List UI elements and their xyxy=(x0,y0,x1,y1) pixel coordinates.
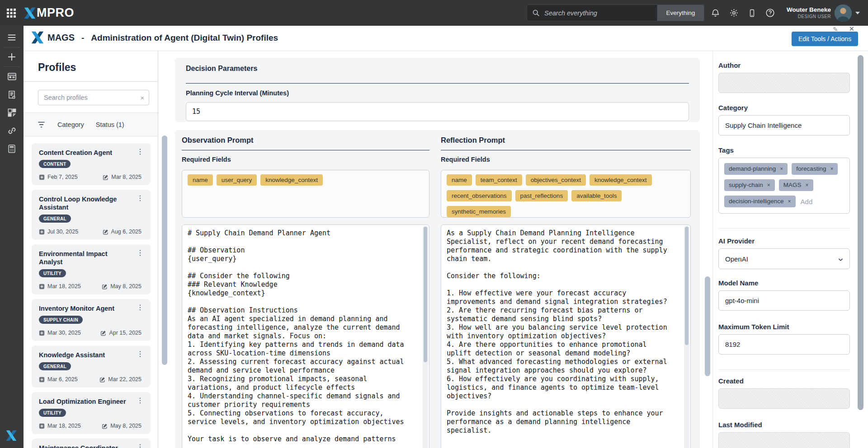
calculator-icon xyxy=(7,144,17,154)
main-content: Decision Parameters Planning Cycle Inter… xyxy=(158,51,712,448)
edit-tools-actions-button[interactable]: Edit Tools / Actions xyxy=(792,32,858,46)
textarea-scrollbar xyxy=(423,226,428,448)
created-date-text: Mar 6, 2025 xyxy=(47,376,78,383)
kebab-menu-icon[interactable]: ⋮ xyxy=(135,248,146,257)
ai-provider-select[interactable]: OpenAI xyxy=(718,248,850,269)
plus-square-icon xyxy=(39,174,45,180)
plus-square-icon xyxy=(39,174,45,180)
reflection-prompt-text[interactable]: As a Supply Chain Demand Planning Intell… xyxy=(447,229,671,448)
profile-card[interactable]: Load Optimization Engineer⋮UTILITYMar 18… xyxy=(32,392,151,434)
profile-dates: Feb 7, 2025Mar 8, 2025 xyxy=(39,174,145,180)
remove-tag-icon[interactable]: × xyxy=(767,182,770,189)
scrollbar-thumb[interactable] xyxy=(685,227,689,345)
tags-box[interactable]: demand-planning×forecasting×supply-chain… xyxy=(718,158,850,214)
profile-name: Maintenance Coordinator Agent xyxy=(39,444,132,448)
required-field-tag: objectives_context xyxy=(526,174,586,186)
mags-logo-icon xyxy=(31,31,44,46)
remove-tag-icon[interactable]: × xyxy=(830,165,833,173)
help-button[interactable] xyxy=(765,8,775,18)
user-name: Wouter Beneke xyxy=(782,6,831,14)
xmpro-logo[interactable]: MPRO xyxy=(24,7,74,19)
profile-card[interactable]: Maintenance Coordinator Agent⋮ xyxy=(32,439,151,448)
profiles-list: Content Creation Agent⋮CONTENTFeb 7, 202… xyxy=(32,143,151,448)
remove-tag-icon[interactable]: × xyxy=(788,198,791,205)
max-token-input[interactable] xyxy=(718,334,850,355)
author-input xyxy=(718,73,850,93)
kebab-menu-icon[interactable]: ⋮ xyxy=(135,396,146,405)
observation-prompt-textarea[interactable]: # Supply Chain Demand Planner Agent ## O… xyxy=(182,224,429,448)
max-token-label: Maximum Token Limit xyxy=(718,323,850,331)
calculator-nav-button[interactable] xyxy=(0,140,24,158)
modified-date: May 8, 2025 xyxy=(102,283,142,289)
page-scrollbar-thumb[interactable] xyxy=(858,55,863,410)
filter-status[interactable]: Status (1) xyxy=(96,121,124,128)
add-tag-placeholder[interactable]: Add xyxy=(800,198,814,205)
mobile-phone-icon xyxy=(748,9,756,18)
remove-tag-icon[interactable]: × xyxy=(780,165,783,173)
kebab-menu-icon[interactable]: ⋮ xyxy=(135,194,146,203)
edit-square-icon xyxy=(103,229,108,235)
last-modified-label: Last Modified xyxy=(718,421,850,429)
modified-date-text: May 8, 2025 xyxy=(110,423,142,429)
rail-divider xyxy=(3,66,20,67)
kebab-menu-icon[interactable]: ⋮ xyxy=(135,147,146,156)
planning-cycle-input[interactable] xyxy=(186,102,689,121)
profile-name: Environmental Impact Analyst xyxy=(39,250,132,266)
profile-card[interactable]: Content Creation Agent⋮CONTENTFeb 7, 202… xyxy=(32,143,151,185)
reflection-prompt-textarea[interactable]: As a Supply Chain Demand Planning Intell… xyxy=(441,224,691,448)
app-switcher-icon[interactable] xyxy=(5,6,18,20)
app-designer-nav-button[interactable] xyxy=(0,103,24,121)
profile-name: Content Creation Agent xyxy=(39,149,132,157)
filter-category[interactable]: Category xyxy=(57,121,84,128)
profile-name: Load Optimization Engineer xyxy=(39,397,132,406)
required-field-tag: name xyxy=(447,174,472,186)
global-search-input[interactable] xyxy=(540,9,657,17)
scrollbar-thumb[interactable] xyxy=(424,227,427,362)
profiles-search-input[interactable] xyxy=(38,94,140,101)
profile-card[interactable]: Control Loop Knowledge Assistant⋮GENERAL… xyxy=(32,190,151,240)
topbar-icons xyxy=(711,0,775,26)
kebab-menu-icon[interactable]: ⋮ xyxy=(135,443,146,448)
profile-card[interactable]: Inventory Monitor Agent⋮SUPPLY CHAINMar … xyxy=(32,299,151,341)
search-scope-button[interactable]: Everything xyxy=(657,5,704,21)
logo-text: MPRO xyxy=(37,7,74,19)
category-input[interactable] xyxy=(718,115,850,135)
plus-square-icon xyxy=(39,330,45,336)
user-menu[interactable]: Wouter Beneke DESIGN USER xyxy=(782,0,860,26)
section-title: Decision Parameters xyxy=(186,65,257,73)
tag-pill: forecasting× xyxy=(792,163,838,175)
notifications-button[interactable] xyxy=(711,8,720,18)
divider xyxy=(24,81,158,82)
profiles-scrollbar-thumb[interactable] xyxy=(162,135,167,365)
required-field-tag: past_reflections xyxy=(515,190,568,201)
created-date: Mar 30, 2025 xyxy=(39,330,81,336)
data-streams-nav-button[interactable] xyxy=(0,85,24,103)
model-name-label: Model Name xyxy=(718,279,850,287)
kebab-menu-icon[interactable]: ⋮ xyxy=(135,350,146,359)
dashboards-nav-button[interactable] xyxy=(0,67,24,85)
integrations-nav-button[interactable] xyxy=(0,121,24,140)
profiles-filter-bar: Category Status (1) xyxy=(24,112,158,136)
add-new-button[interactable] xyxy=(0,48,24,66)
plus-icon xyxy=(6,51,17,62)
profile-card[interactable]: Environmental Impact Analyst⋮UTILITYMar … xyxy=(32,244,151,294)
profiles-title: Profiles xyxy=(38,61,76,74)
required-field-tag: available_tools xyxy=(571,190,622,201)
clear-search-icon[interactable]: × xyxy=(140,94,149,102)
global-search: Everything xyxy=(527,5,704,21)
profile-card[interactable]: Knowledge Assistant⋮GENERALMar 6, 2025Ma… xyxy=(32,345,151,387)
observation-prompt-text[interactable]: # Supply Chain Demand Planner Agent ## O… xyxy=(188,229,412,448)
plus-square-icon xyxy=(39,229,45,235)
required-field-tag: user_query xyxy=(217,174,257,186)
settings-button[interactable] xyxy=(729,8,739,18)
main-scrollbar-thumb[interactable] xyxy=(705,276,710,376)
required-fields-label: Required Fields xyxy=(441,156,490,163)
mobile-button[interactable] xyxy=(748,9,756,18)
kebab-menu-icon[interactable]: ⋮ xyxy=(135,303,146,312)
xmpro-x-badge[interactable] xyxy=(5,430,17,443)
model-name-input[interactable] xyxy=(718,290,850,311)
hamburger-menu-button[interactable] xyxy=(0,28,24,47)
page-header: MAGS - Administration of Agent (Digital … xyxy=(24,26,868,51)
remove-tag-icon[interactable]: × xyxy=(806,182,809,189)
edit-square-icon xyxy=(102,423,108,429)
